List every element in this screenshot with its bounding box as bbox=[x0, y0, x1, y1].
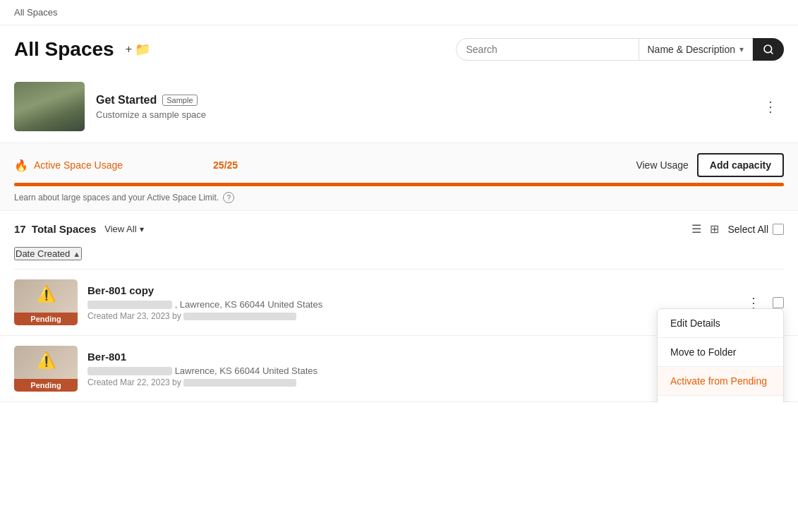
progress-bar-background bbox=[14, 183, 784, 186]
select-all-checkbox[interactable] bbox=[773, 224, 784, 235]
list-controls: ☰ ⊞ Select All bbox=[690, 221, 784, 237]
chevron-down-icon: ▾ bbox=[140, 224, 144, 234]
view-all-button[interactable]: View All ▾ bbox=[104, 224, 143, 234]
breadcrumb: All Spaces bbox=[0, 0, 798, 25]
usage-count: 25/25 bbox=[213, 159, 238, 171]
space-thumbnail: ⚠️ Pending bbox=[14, 279, 78, 325]
add-capacity-button[interactable]: Add capacity bbox=[697, 153, 784, 177]
archive-space-item[interactable]: Archive Space bbox=[658, 396, 783, 402]
sample-space-thumbnail bbox=[14, 82, 85, 131]
search-button[interactable] bbox=[753, 38, 784, 61]
list-info: 17 Total Spaces View All ▾ bbox=[14, 223, 144, 235]
usage-note: Learn about large spaces and your Active… bbox=[14, 192, 784, 203]
edit-details-item[interactable]: Edit Details bbox=[658, 309, 783, 337]
select-all-area[interactable]: Select All bbox=[727, 224, 784, 235]
space-name: Ber-801 bbox=[87, 351, 732, 363]
progress-bar-fill bbox=[14, 183, 784, 186]
grid-view-icon[interactable]: ⊞ bbox=[708, 221, 720, 237]
svg-line-1 bbox=[770, 52, 773, 54]
search-input[interactable] bbox=[466, 44, 629, 55]
sample-space-content: Get Started Sample Customize a sample sp… bbox=[96, 94, 746, 120]
search-icon bbox=[763, 44, 774, 55]
page-title: All Spaces bbox=[14, 38, 114, 61]
space-created: Created Mar 22, 2023 by bbox=[87, 377, 732, 387]
sample-space-more-button[interactable]: ⋮ bbox=[758, 95, 784, 118]
usage-label: Active Space Usage bbox=[34, 159, 123, 171]
flame-icon: 🔥 bbox=[14, 159, 28, 172]
usage-label-area: 🔥 Active Space Usage 25/25 bbox=[14, 159, 238, 172]
space-thumbnail: ⚠️ Pending bbox=[14, 346, 78, 392]
space-location: , Lawrence, KS 66044 United States bbox=[87, 299, 732, 310]
sample-space-banner: Get Started Sample Customize a sample sp… bbox=[0, 71, 798, 143]
sample-badge: Sample bbox=[162, 95, 197, 106]
usage-header: 🔥 Active Space Usage 25/25 View Usage Ad… bbox=[14, 153, 784, 177]
new-folder-button[interactable]: + 📁 bbox=[126, 42, 150, 57]
activate-from-pending-item[interactable]: Activate from Pending bbox=[658, 367, 783, 395]
list-header: 17 Total Spaces View All ▾ ☰ ⊞ Select Al… bbox=[0, 211, 798, 244]
space-created: Created Mar 23, 2023 by bbox=[87, 311, 732, 321]
select-all-label: Select All bbox=[727, 224, 768, 235]
blurred-address bbox=[87, 301, 172, 309]
search-box bbox=[456, 38, 639, 61]
dropdown-menu: Edit Details Move to Folder Activate fro… bbox=[657, 308, 784, 402]
view-usage-button[interactable]: View Usage bbox=[636, 159, 688, 171]
chevron-down-icon: ▾ bbox=[739, 44, 744, 54]
sort-arrow-icon: ▲ bbox=[73, 250, 80, 258]
usage-bar-section: 🔥 Active Space Usage 25/25 View Usage Ad… bbox=[0, 143, 798, 211]
blurred-address bbox=[87, 367, 172, 375]
space-info: Ber-801 copy , Lawrence, KS 66044 United… bbox=[87, 284, 732, 321]
pending-badge: Pending bbox=[14, 379, 78, 392]
space-info: Ber-801 Lawrence, KS 66044 United States… bbox=[87, 351, 732, 387]
blurred-creator bbox=[183, 379, 296, 387]
sort-row: Date Created ▲ bbox=[0, 244, 798, 269]
sample-space-title: Get Started Sample bbox=[96, 94, 746, 107]
list-view-icons: ☰ ⊞ bbox=[690, 221, 720, 237]
help-icon[interactable]: ? bbox=[223, 192, 234, 203]
folder-icon: 📁 bbox=[135, 42, 150, 57]
space-checkbox[interactable] bbox=[773, 297, 784, 308]
move-to-folder-item[interactable]: Move to Folder bbox=[658, 338, 783, 366]
sort-date-created-button[interactable]: Date Created ▲ bbox=[14, 247, 82, 260]
pending-badge: Pending bbox=[14, 313, 78, 325]
search-area: Name & Description ▾ bbox=[456, 38, 785, 61]
warning-icon: ⚠️ bbox=[37, 285, 56, 303]
search-filter-dropdown[interactable]: Name & Description ▾ bbox=[639, 38, 754, 61]
warning-icon: ⚠️ bbox=[37, 351, 56, 370]
space-item: ⚠️ Pending Ber-801 copy , Lawrence, KS 6… bbox=[0, 270, 798, 336]
usage-actions: View Usage Add capacity bbox=[636, 153, 784, 177]
list-view-icon[interactable]: ☰ bbox=[690, 221, 703, 237]
total-spaces: 17 Total Spaces bbox=[14, 223, 96, 235]
sample-space-description: Customize a sample space bbox=[96, 109, 746, 120]
plus-icon: + bbox=[126, 43, 132, 56]
space-name: Ber-801 copy bbox=[87, 284, 732, 296]
space-location: Lawrence, KS 66044 United States bbox=[87, 365, 732, 376]
blurred-creator bbox=[183, 313, 296, 320]
